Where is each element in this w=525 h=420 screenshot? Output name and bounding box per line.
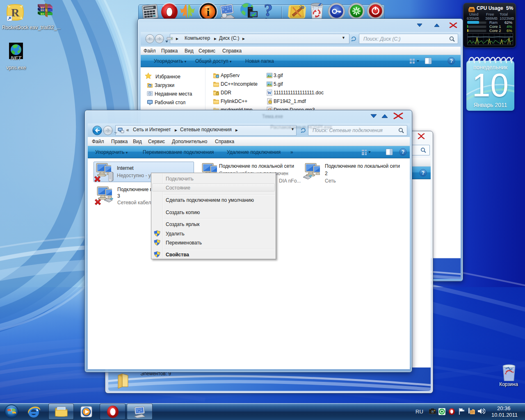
svg-text:?: ? [402,149,404,155]
svg-text:?: ? [264,1,273,20]
svg-text:R: R [11,6,20,19]
svg-text:W: W [267,91,272,95]
svg-text:i: i [207,6,210,18]
svg-text:?: ? [450,58,453,64]
svg-text:NET: NET [11,55,22,61]
svg-text:?: ? [422,170,425,176]
